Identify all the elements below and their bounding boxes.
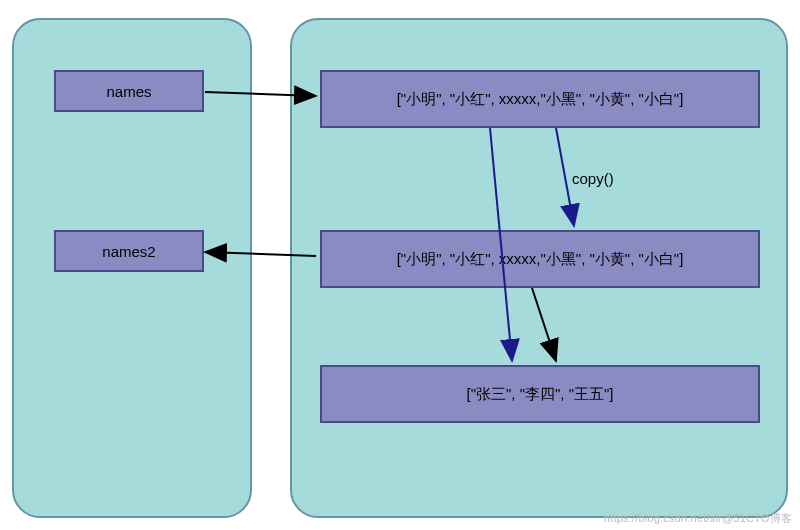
var-names2-label: names2 bbox=[102, 243, 155, 260]
objects-panel: ["小明", "小红", xxxxx,"小黑", "小黄", "小白"] cop… bbox=[290, 18, 788, 518]
list1-content: ["小明", "小红", xxxxx,"小黑", "小黄", "小白"] bbox=[397, 90, 684, 109]
copy-operation-label: copy() bbox=[572, 170, 614, 187]
variables-panel: names names2 bbox=[12, 18, 252, 518]
var-names2-box: names2 bbox=[54, 230, 204, 272]
list1-box: ["小明", "小红", xxxxx,"小黑", "小黄", "小白"] bbox=[320, 70, 760, 128]
var-names-label: names bbox=[106, 83, 151, 100]
watermark-text: https://blog.csdn.net/sir@51CTO博客 bbox=[604, 511, 792, 526]
list3-box: ["张三", "李四", "王五"] bbox=[320, 365, 760, 423]
list2-content: ["小明", "小红", xxxxx,"小黑", "小黄", "小白"] bbox=[397, 250, 684, 269]
list3-content: ["张三", "李四", "王五"] bbox=[467, 385, 614, 404]
var-names-box: names bbox=[54, 70, 204, 112]
list2-box: ["小明", "小红", xxxxx,"小黑", "小黄", "小白"] bbox=[320, 230, 760, 288]
